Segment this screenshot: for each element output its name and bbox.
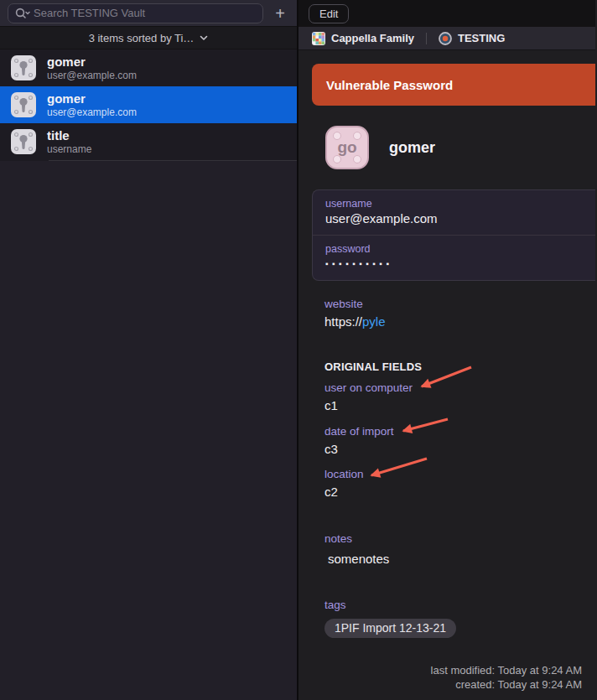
item-monogram-text: go [337, 138, 356, 157]
username-label: username [325, 197, 595, 210]
chevron-down-icon [200, 35, 208, 41]
item-list: gomer user@example.com gomer user@exampl… [0, 49, 297, 161]
detail-content: Vulnerable Password go gomer username us… [298, 50, 595, 700]
item-title: gomer [389, 139, 435, 157]
detail-panel: Edit Cappella Family TESTING Vulnerable … [298, 0, 595, 700]
website-value: https://pyle [324, 314, 386, 330]
original-field-value[interactable]: c1 [324, 397, 413, 414]
edit-button[interactable]: Edit [309, 4, 349, 23]
item-monogram-icon: go [325, 126, 369, 169]
search-strip: + [0, 0, 297, 27]
website-link[interactable]: pyle [362, 314, 386, 329]
list-item-subtitle: user@example.com [47, 70, 137, 81]
list-divider [49, 160, 297, 161]
breadcrumb-divider [426, 33, 427, 44]
original-field-label: location [324, 467, 364, 482]
original-field[interactable]: location c2 [324, 467, 364, 500]
banner-label: Vulnerable Password [326, 78, 453, 92]
search-box[interactable] [8, 3, 263, 23]
password-masked-value[interactable]: ▪▪▪▪▪▪▪▪▪▪ [325, 256, 595, 272]
list-item-selected[interactable]: gomer user@example.com [0, 86, 297, 123]
add-item-button[interactable]: + [271, 5, 289, 22]
item-header: go gomer [325, 126, 435, 169]
list-item[interactable]: gomer user@example.com [0, 49, 297, 86]
breadcrumb: Cappella Family TESTING [298, 27, 595, 50]
username-value[interactable]: user@example.com [325, 210, 595, 227]
original-field[interactable]: date of import c3 [324, 424, 394, 458]
tags-label: tags [324, 598, 456, 613]
search-input[interactable] [34, 7, 256, 19]
list-item-title: title [47, 128, 91, 143]
breadcrumb-vault-label: TESTING [458, 32, 505, 44]
original-field-value[interactable]: c2 [324, 484, 364, 500]
sort-label: 3 items sorted by Ti… [89, 32, 195, 44]
website-label: website [324, 297, 386, 312]
detail-toolbar: Edit [298, 0, 595, 27]
vault-icon [439, 32, 452, 45]
original-field-label: user on computer [324, 381, 413, 396]
password-label: password [325, 242, 595, 256]
username-field[interactable]: username user@example.com [313, 190, 595, 235]
original-field[interactable]: user on computer c1 [324, 381, 413, 414]
list-item-subtitle: username [47, 143, 91, 155]
vulnerable-password-banner[interactable]: Vulnerable Password [312, 64, 595, 106]
tag-pill[interactable]: 1PIF Import 12-13-21 [324, 619, 456, 638]
family-account-icon [312, 32, 325, 45]
notes-label: notes [324, 531, 389, 547]
list-item-title: gomer [47, 54, 137, 69]
tags-field: tags 1PIF Import 12-13-21 [324, 598, 456, 638]
password-item-icon [10, 91, 37, 118]
list-item[interactable]: title username [0, 123, 297, 160]
breadcrumb-account-label: Cappella Family [331, 32, 414, 44]
password-field[interactable]: password ▪▪▪▪▪▪▪▪▪▪ [313, 235, 595, 280]
sidebar: + 3 items sorted by Ti… gomer user@examp… [0, 0, 298, 700]
original-field-label: date of import [324, 424, 394, 439]
website-field[interactable]: website https://pyle [324, 297, 386, 330]
search-icon [15, 8, 30, 18]
sort-bar[interactable]: 3 items sorted by Ti… [0, 27, 297, 49]
website-scheme: https:// [324, 314, 362, 329]
credentials-card: username user@example.com password ▪▪▪▪▪… [312, 189, 595, 281]
item-metadata: last modified: Today at 9:24 AM created:… [431, 663, 582, 692]
list-item-subtitle: user@example.com [47, 106, 137, 118]
list-item-title: gomer [47, 91, 137, 106]
password-item-icon [10, 54, 37, 81]
notes-value[interactable]: somenotes [324, 551, 389, 568]
original-fields-heading: ORIGINAL FIELDS [324, 360, 422, 373]
breadcrumb-account[interactable]: Cappella Family [312, 32, 414, 45]
original-field-value[interactable]: c3 [324, 441, 394, 458]
last-modified-text: last modified: Today at 9:24 AM [431, 663, 582, 677]
breadcrumb-vault[interactable]: TESTING [439, 32, 505, 45]
notes-field[interactable]: notes somenotes [324, 531, 389, 568]
created-text: created: Today at 9:24 AM [431, 677, 582, 692]
password-item-icon [10, 128, 37, 155]
